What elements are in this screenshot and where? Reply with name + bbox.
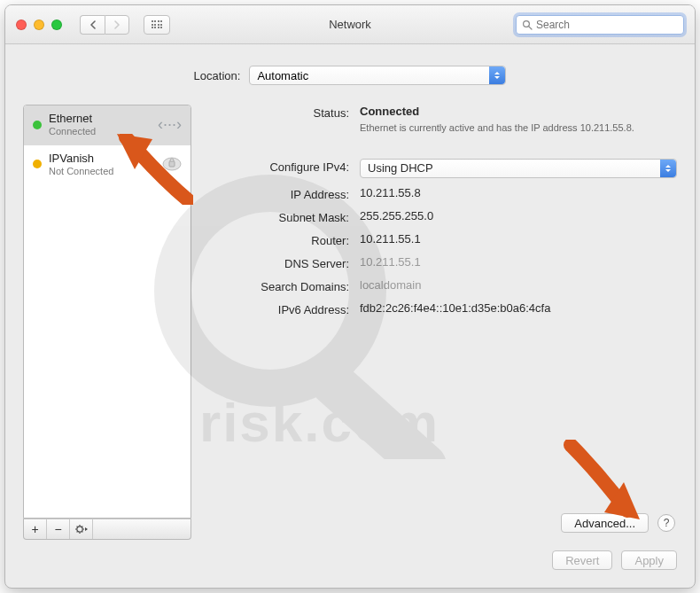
grid-icon (152, 20, 163, 28)
svg-line-1 (529, 26, 532, 28)
svg-line-9 (76, 527, 77, 527)
svg-line-11 (82, 527, 82, 527)
dns-label: DNS Server: (207, 255, 349, 270)
searchdom-label: Search Domains: (207, 278, 349, 293)
location-row: Location: Automatic (23, 66, 677, 85)
svg-line-10 (82, 532, 82, 533)
titlebar: Network (5, 5, 695, 44)
svg-line-12 (76, 532, 77, 533)
ethernet-icon: ‹···› (158, 115, 182, 134)
annotation-arrow-advanced-icon (562, 440, 642, 519)
nav-buttons (80, 15, 129, 35)
searchdom-row: Search Domains: localdomain (207, 278, 677, 293)
status-value-block: Connected Ethernet is currently active a… (360, 105, 677, 135)
configure-ipv4-popup[interactable]: Using DHCP (360, 159, 677, 178)
minimize-window-button[interactable] (34, 20, 44, 30)
close-window-button[interactable] (16, 20, 27, 30)
subnet-label: Subnet Mask: (207, 209, 349, 224)
status-label: Status: (207, 105, 349, 120)
status-dot-green-icon (33, 121, 42, 129)
popup-arrows-icon (660, 160, 676, 177)
searchdom-value: localdomain (360, 278, 677, 292)
ip-row: IP Address: 10.211.55.8 (207, 186, 677, 201)
network-preferences-window: Network Location: Automatic Ethernet (4, 4, 696, 589)
remove-connection-button[interactable]: − (47, 519, 70, 539)
status-description: Ethernet is currently active and has the… (360, 121, 677, 135)
router-value: 10.211.55.1 (360, 232, 677, 246)
location-value: Automatic (257, 69, 308, 82)
add-connection-button[interactable]: + (24, 519, 47, 539)
configure-row: Configure IPv4: Using DHCP (207, 159, 677, 178)
forward-button[interactable] (105, 15, 129, 35)
configure-label: Configure IPv4: (207, 159, 349, 174)
svg-point-4 (76, 527, 82, 532)
router-row: Router: 10.211.55.1 (207, 232, 677, 247)
location-popup[interactable]: Automatic (249, 66, 506, 85)
traffic-lights (16, 20, 62, 30)
ipv6-row: IPv6 Address: fdb2:2c26:f4e4::10e1:d35e:… (207, 301, 677, 316)
dns-value: 10.211.55.1 (360, 255, 677, 269)
ip-value: 10.211.55.8 (360, 186, 677, 199)
search-icon (522, 20, 533, 30)
status-dot-yellow-icon (33, 160, 42, 168)
router-label: Router: (207, 232, 349, 247)
annotation-arrow-ethernet-icon (113, 134, 193, 205)
footer-buttons: Revert Apply (23, 540, 677, 570)
apply-button[interactable]: Apply (621, 550, 677, 570)
subnet-value: 255.255.255.0 (360, 209, 677, 222)
ip-label: IP Address: (207, 186, 349, 201)
revert-button[interactable]: Revert (552, 550, 612, 570)
back-button[interactable] (80, 15, 105, 35)
status-row: Status: Connected Ethernet is currently … (207, 105, 677, 135)
connection-actions-button[interactable] (70, 519, 93, 539)
search-field[interactable] (516, 15, 684, 35)
status-value: Connected (360, 105, 677, 118)
window-title: Network (329, 18, 371, 31)
conn-name: Ethernet (49, 113, 151, 126)
ipv6-label: IPv6 Address: (207, 301, 349, 316)
zoom-window-button[interactable] (51, 20, 62, 30)
configure-value: Using DHCP (368, 161, 433, 175)
ipv6-value: fdb2:2c26:f4e4::10e1:d35e:b0a6:4cfa (360, 301, 677, 315)
help-button[interactable]: ? (657, 514, 675, 532)
location-label: Location: (194, 69, 241, 82)
gear-icon (74, 524, 89, 534)
show-all-prefs-button[interactable] (144, 15, 170, 35)
configure-value-wrap: Using DHCP (360, 159, 677, 178)
subnet-row: Subnet Mask: 255.255.255.0 (207, 209, 677, 224)
popup-arrows-icon (489, 66, 505, 84)
list-toolbar: + − (23, 519, 191, 540)
search-input[interactable] (536, 19, 678, 31)
dns-row: DNS Server: 10.211.55.1 (207, 255, 677, 270)
